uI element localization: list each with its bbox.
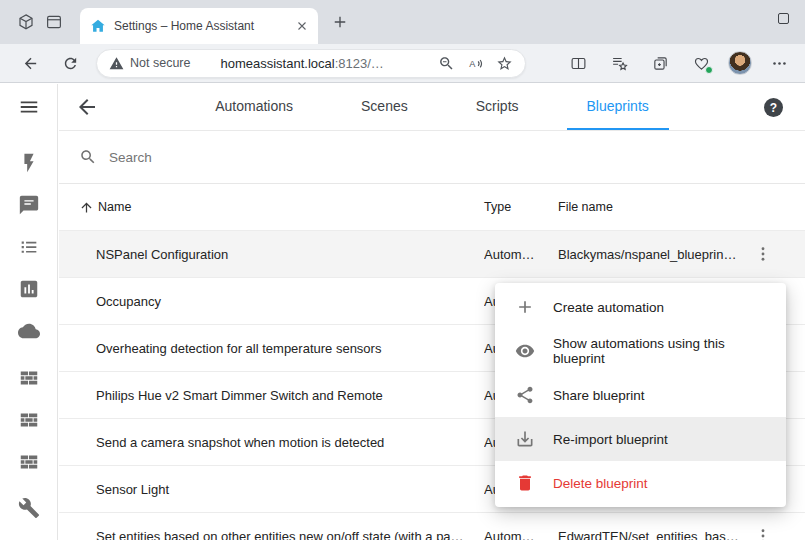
browser-window: Settings – Home Assistant Not secure hom… — [0, 0, 805, 540]
share-icon — [515, 385, 535, 405]
row-name: Philips Hue v2 Smart Dimmer Switch and R… — [96, 388, 484, 403]
favorite-star-icon[interactable] — [496, 55, 513, 72]
split-screen-button[interactable] — [564, 49, 592, 77]
kebab-icon — [754, 527, 772, 540]
row-overflow-menu-button[interactable] — [741, 232, 785, 276]
sidebar-item-history[interactable] — [17, 277, 41, 301]
back-arrow-icon — [22, 55, 39, 72]
sidebar-item-module-3[interactable] — [17, 450, 41, 474]
read-aloud-icon[interactable]: A — [467, 55, 484, 72]
menu-item-create-automation[interactable]: Create automation — [495, 285, 786, 329]
plus-icon — [331, 13, 349, 31]
workspaces-icon — [17, 13, 35, 31]
zoom-indicator-icon[interactable] — [438, 55, 455, 72]
column-header-file[interactable]: File name — [558, 200, 805, 214]
refresh-button[interactable] — [56, 49, 84, 77]
cloud-icon — [18, 320, 40, 342]
menu-item-delete-blueprint[interactable]: Delete blueprint — [495, 461, 786, 505]
lightning-icon — [18, 152, 40, 174]
table-row[interactable]: NSPanel Configuration Autom… Blackymas/n… — [59, 231, 805, 278]
app-top-bar: Automations Scenes Scripts Blueprints ? — [59, 84, 805, 131]
row-file: Blackymas/nspanel_blueprin… — [558, 247, 741, 262]
split-screen-icon — [570, 55, 587, 72]
profile-avatar[interactable] — [728, 51, 752, 75]
browser-tab-strip: Settings – Home Assistant — [0, 0, 805, 44]
more-horizontal-icon — [771, 55, 788, 72]
eye-icon — [515, 341, 535, 361]
tab-scenes[interactable]: Scenes — [341, 84, 428, 130]
help-button[interactable]: ? — [764, 98, 783, 117]
chat-icon — [18, 194, 40, 216]
favorites-button[interactable] — [605, 49, 633, 77]
url-text[interactable]: homeassistant.local:8123/… — [220, 56, 383, 71]
bar-chart-icon — [18, 278, 40, 300]
column-header-name[interactable]: Name — [79, 200, 484, 215]
row-name: Set entities based on other entities new… — [96, 529, 484, 540]
sidebar-menu-button[interactable] — [17, 95, 41, 119]
menu-item-label: Delete blueprint — [553, 476, 648, 491]
menu-item-reimport-blueprint[interactable]: Re-import blueprint — [495, 417, 786, 461]
settings-menu-button[interactable] — [765, 49, 793, 77]
row-type: Autom… — [484, 529, 558, 540]
row-file: EdwardTEN/set_entities_bas… — [558, 529, 741, 540]
automation-nav-tabs: Automations Scenes Scripts Blueprints — [59, 84, 805, 130]
row-name: NSPanel Configuration — [96, 247, 484, 262]
hamburger-icon — [18, 96, 40, 118]
new-tab-button[interactable] — [326, 8, 354, 36]
menu-item-label: Create automation — [553, 300, 664, 315]
sidebar-item-assist[interactable] — [17, 193, 41, 217]
menu-item-label: Show automations using this blueprint — [553, 336, 772, 366]
menu-item-label: Re-import blueprint — [553, 432, 668, 447]
plus-icon — [515, 297, 535, 317]
collections-button[interactable] — [646, 49, 674, 77]
sidebar-item-module-2[interactable] — [17, 408, 41, 432]
table-row[interactable]: Set entities based on other entities new… — [59, 513, 805, 540]
essentials-status-dot — [705, 66, 713, 74]
sidebar-item-module-1[interactable] — [17, 366, 41, 390]
maximize-restore-button[interactable] — [778, 13, 789, 24]
tab-actions-button[interactable] — [40, 8, 68, 36]
refresh-icon — [62, 55, 79, 72]
warning-icon — [109, 56, 124, 71]
row-name: Send a camera snapshot when motion is de… — [96, 435, 484, 450]
sidebar-item-todo-list[interactable] — [17, 235, 41, 259]
brick-wall-icon — [18, 367, 40, 389]
search-input[interactable] — [109, 150, 789, 165]
sidebar-item-energy[interactable] — [17, 151, 41, 175]
tab-title: Settings – Home Assistant — [106, 19, 292, 33]
search-bar — [59, 131, 805, 184]
address-bar[interactable]: Not secure homeassistant.local:8123/… A — [96, 49, 526, 78]
close-icon — [296, 20, 308, 32]
url-path: :8123/… — [335, 56, 384, 71]
toolbar-right-actions — [564, 49, 793, 77]
search-icon — [79, 148, 97, 166]
wrench-icon — [18, 497, 40, 519]
browser-essentials-button[interactable] — [687, 49, 715, 77]
column-header-type[interactable]: Type — [484, 200, 558, 214]
trash-icon — [515, 473, 535, 493]
brick-wall-icon — [18, 451, 40, 473]
address-bar-actions: A — [438, 55, 513, 72]
collections-icon — [652, 55, 669, 72]
security-label[interactable]: Not secure — [130, 56, 190, 70]
tab-scripts[interactable]: Scripts — [456, 84, 539, 130]
list-icon — [18, 236, 40, 258]
sidebar — [0, 84, 58, 540]
row-overflow-menu-button[interactable] — [741, 514, 785, 540]
tab-close-button[interactable] — [292, 16, 312, 36]
tab-automations[interactable]: Automations — [195, 84, 313, 130]
tab-blueprints[interactable]: Blueprints — [567, 84, 669, 130]
tab-actions-icon — [45, 13, 63, 31]
back-button[interactable] — [16, 49, 44, 77]
workspaces-button[interactable] — [12, 8, 40, 36]
kebab-icon — [754, 245, 772, 263]
sidebar-item-developer-tools[interactable] — [17, 496, 41, 520]
browser-tab[interactable]: Settings – Home Assistant — [80, 8, 318, 44]
import-icon — [515, 429, 535, 449]
menu-item-share-blueprint[interactable]: Share blueprint — [495, 373, 786, 417]
menu-item-label: Share blueprint — [553, 388, 645, 403]
sidebar-item-cloud[interactable] — [17, 319, 41, 343]
menu-item-show-automations[interactable]: Show automations using this blueprint — [495, 329, 786, 373]
svg-text:A: A — [469, 58, 476, 68]
sort-ascending-icon — [79, 200, 94, 215]
